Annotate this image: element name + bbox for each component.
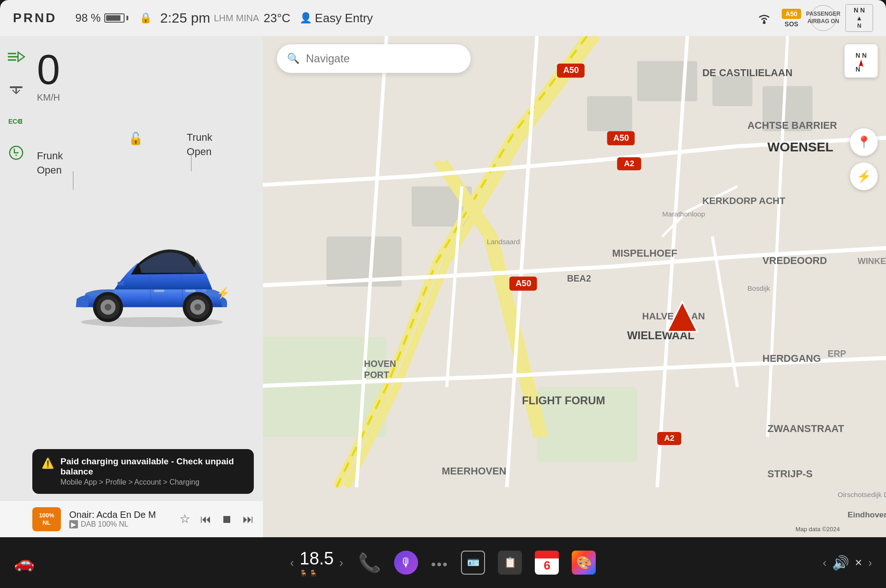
calendar-header [535, 551, 559, 558]
frunk-line [73, 171, 73, 190]
temp-increase-button[interactable]: › [339, 556, 343, 570]
wiper-icon[interactable] [8, 81, 24, 101]
svg-text:STRIJP-S: STRIJP-S [767, 468, 813, 480]
svg-text:Eindhoven: Eindhoven [848, 510, 886, 519]
svg-text:KERKDORP ACHT: KERKDORP ACHT [702, 195, 785, 206]
a50-badge: A50 [782, 9, 801, 19]
main-content: ECO E 0 KM/H FrunkOpen 🔓 TrunkOpen [0, 36, 886, 537]
svg-text:DE CASTILIELAAN: DE CASTILIELAAN [702, 67, 792, 78]
map-panel: A50 A50 A50 A2 A2 DE CASTILIELAAN ACHTSE… [263, 36, 886, 537]
notes-icon: 📋 [504, 557, 516, 569]
seat-heat-icons: 🪑 🪑 [299, 570, 334, 577]
temp-display: 18.5 🪑 🪑 [299, 549, 334, 577]
volume-right-arrow[interactable]: › [868, 556, 872, 570]
svg-text:ERP: ERP [827, 348, 846, 359]
car-area: FrunkOpen 🔓 TrunkOpen [0, 103, 263, 444]
person-icon: 👤 [299, 12, 312, 24]
volume-left-arrow[interactable]: ‹ [823, 556, 827, 570]
notes-button[interactable]: 📋 [498, 551, 522, 575]
svg-text:A2: A2 [664, 433, 674, 443]
prev-track-button[interactable]: ⏮ [200, 513, 211, 526]
svg-rect-22 [185, 289, 196, 292]
volume-icon[interactable]: 🔊 [832, 555, 849, 571]
sos-area: A50 SOS [782, 9, 801, 28]
more-dots-icon: ••• [431, 557, 449, 572]
speed-unit: KM/H [37, 92, 250, 103]
status-right-area: A50 SOS PASSENGERAIRBAG ON N N▲N [756, 4, 873, 32]
notice-sub-text: Mobile App > Profile > Account > Chargin… [60, 478, 245, 486]
notice-content: Paid charging unavailable - Check unpaid… [60, 456, 245, 486]
next-track-button[interactable]: ⏭ [243, 513, 254, 526]
id-icon: 🪪 [467, 557, 479, 569]
map-charge-button[interactable]: ⚡ [850, 162, 878, 190]
svg-point-18 [194, 304, 201, 310]
dab-badge: ▶ [69, 520, 78, 528]
emoji-button[interactable]: 🎨 [572, 551, 596, 575]
favorite-button[interactable]: ☆ [180, 512, 190, 526]
temperature-control: ‹ 18.5 🪑 🪑 › [290, 549, 343, 577]
calendar-number: 6 [544, 558, 550, 573]
svg-point-0 [763, 21, 766, 24]
frunk-label: FrunkOpen [37, 149, 63, 178]
compass-label: N N▲N [854, 6, 865, 30]
svg-rect-28 [637, 61, 697, 101]
media-subtitle: ▶ DAB 100% NL [69, 520, 171, 528]
svg-rect-4 [10, 86, 23, 88]
media-subtitle-text: DAB 100% NL [81, 520, 128, 528]
battery-indicator: 98 % [75, 12, 128, 24]
search-input[interactable] [306, 52, 461, 65]
speed-display: 0 KM/H [0, 36, 263, 103]
more-apps-button[interactable]: ••• [431, 552, 449, 574]
siri-button[interactable]: 🎙 [394, 551, 418, 575]
svg-text:A50: A50 [515, 278, 531, 288]
mute-button[interactable]: ✕ [855, 557, 862, 568]
car-status-icon[interactable]: 🚗 [14, 553, 35, 572]
map-background: A50 A50 A50 A2 A2 DE CASTILIELAAN ACHTSE… [263, 36, 886, 537]
location-pin-icon: 📍 [856, 135, 871, 150]
media-title: Onair: Acda En De M [69, 510, 171, 520]
trunk-line [191, 153, 192, 171]
bottom-center-area: ‹ 18.5 🪑 🪑 › 📞 🎙 ••• 🪪 [120, 549, 766, 577]
bottom-bar: 🚗 ‹ 18.5 🪑 🪑 › 📞 🎙 ••• [0, 537, 886, 588]
temperature: 23°C [263, 11, 290, 25]
volume-control: ‹ 🔊 ✕ › [823, 555, 872, 571]
warning-icon: ⚠️ [42, 457, 54, 469]
wifi-area [756, 12, 772, 24]
siri-icon: 🎙 [400, 556, 412, 570]
battery-percent: 98 % [75, 12, 101, 24]
speed-value: 0 [37, 49, 250, 90]
search-icon: 🔍 [287, 53, 299, 65]
radio-logo: 100%NL [32, 507, 61, 531]
temp-decrease-button[interactable]: ‹ [290, 556, 294, 570]
frunk-lock-icon: 🔓 [128, 132, 143, 146]
seat-left-icon: 🪑 [299, 570, 307, 577]
charge-map-icon: ⚡ [856, 169, 871, 184]
id-card-button[interactable]: 🪪 [461, 551, 485, 575]
wifi-icon [756, 12, 772, 24]
easy-entry-label[interactable]: Easy Entry [315, 11, 373, 25]
svg-text:⚡: ⚡ [216, 287, 230, 300]
battery-icon [104, 13, 128, 23]
headlight-icon[interactable] [7, 50, 25, 67]
phone-app-button[interactable]: 📞 [358, 552, 381, 574]
compass-svg: N N N [850, 49, 873, 72]
map-compass[interactable]: N N N [844, 44, 878, 78]
svg-text:Marathonloop: Marathonloop [662, 210, 705, 218]
bottom-left-area: 🚗 [14, 553, 120, 572]
svg-rect-29 [712, 76, 753, 106]
navigation-search[interactable]: 🔍 [277, 44, 471, 73]
phone-icon: 📞 [358, 552, 381, 573]
status-bar: PRND 98 % 🔒 2:25 pm LHM MINA 23°C 👤 Easy… [0, 0, 886, 36]
sos-label: SOS [784, 20, 798, 28]
map-location-button[interactable]: 📍 [850, 128, 878, 156]
compass[interactable]: N N▲N [845, 4, 873, 32]
airbag-indicator: PASSENGERAIRBAG ON [810, 5, 836, 31]
stop-button[interactable]: ⏹ [222, 513, 233, 526]
media-player: 100%NL Onair: Acda En De M ▶ DAB 100% NL… [0, 500, 263, 537]
calendar-button[interactable]: 6 [535, 551, 559, 575]
svg-text:VREDEOORD: VREDEOORD [762, 255, 827, 266]
notice-main-text: Paid charging unavailable - Check unpaid… [60, 456, 245, 477]
prnd-display: PRND [13, 11, 57, 25]
svg-point-24 [81, 317, 223, 327]
emoji-icon: 🎨 [576, 555, 592, 570]
